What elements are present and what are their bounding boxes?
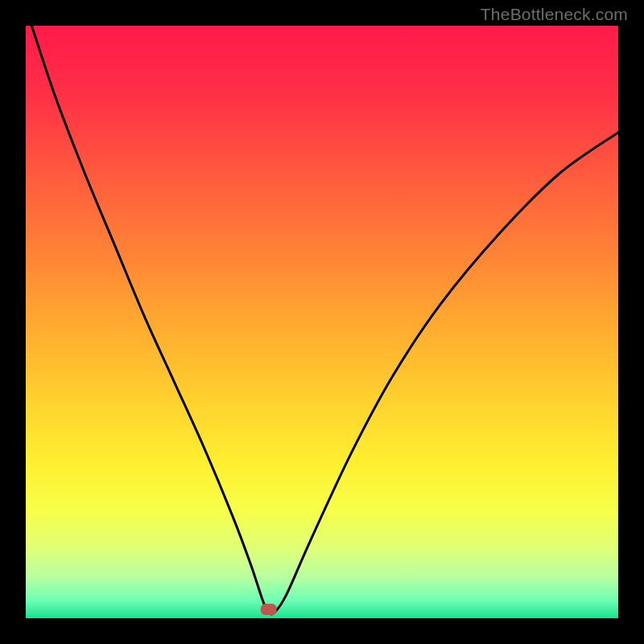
chart-frame: TheBottleneck.com [0, 0, 644, 644]
plot-svg [26, 26, 618, 618]
watermark-text: TheBottleneck.com [481, 5, 628, 24]
gradient-background [26, 26, 618, 618]
optimum-marker [261, 604, 277, 615]
plot-area [26, 26, 618, 618]
